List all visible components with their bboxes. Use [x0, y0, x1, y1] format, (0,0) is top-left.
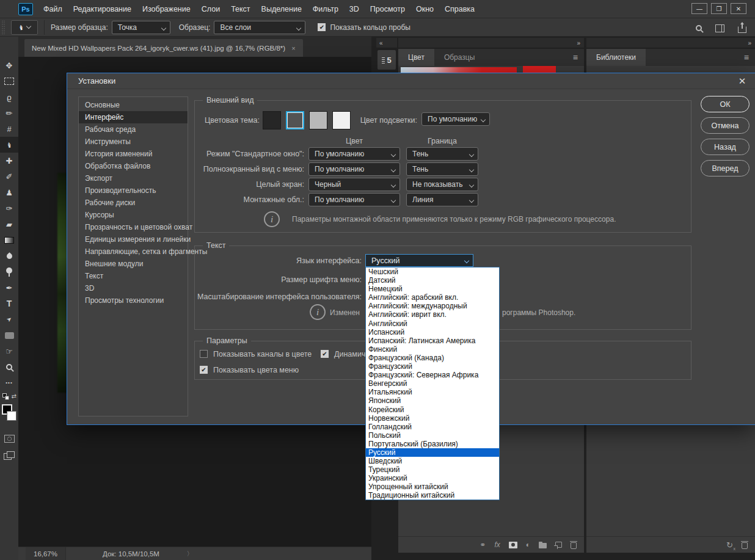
language-option[interactable]: Английский	[366, 319, 499, 328]
color-ramp[interactable]	[401, 67, 517, 73]
sample-size-select[interactable]: Точка	[112, 21, 170, 34]
status-chevron-icon[interactable]: 〉	[187, 550, 193, 558]
menu-item[interactable]: Текст	[225, 0, 255, 18]
menu-item[interactable]: Редактирование	[68, 0, 137, 18]
sidebar-item[interactable]: Обработка файлов	[79, 160, 188, 172]
quick-selection-tool[interactable]: ✏	[0, 105, 18, 121]
dialog-close-button[interactable]: ✕	[735, 75, 749, 88]
sidebar-item[interactable]: Направляющие, сетка и фрагменты	[79, 245, 188, 258]
dock-collapse-bar[interactable]: »	[586, 38, 755, 48]
tab-color[interactable]: Цвет	[398, 49, 434, 66]
forward-button[interactable]: Вперед	[701, 160, 750, 176]
language-option[interactable]: Шведский	[366, 457, 499, 465]
language-option[interactable]: Датский	[366, 276, 499, 285]
current-tool-button[interactable]: ✒	[11, 20, 38, 35]
language-option[interactable]: Упрощенный китайский	[366, 482, 499, 491]
hand-tool[interactable]: ☞	[0, 343, 18, 359]
sidebar-item[interactable]: Экспорт	[79, 172, 188, 184]
collapsed-panel-icon[interactable]: 5	[378, 50, 396, 70]
clone-stamp-tool[interactable]: ♟	[0, 184, 18, 200]
border-select[interactable]: Тень	[406, 162, 478, 176]
move-tool[interactable]: ✥	[0, 57, 18, 73]
blur-tool[interactable]	[0, 248, 18, 264]
current-color-swatch[interactable]	[523, 66, 556, 73]
share-icon[interactable]	[738, 26, 746, 33]
sidebar-item[interactable]: История изменений	[79, 148, 188, 160]
background-color-swatch[interactable]	[7, 411, 16, 421]
color-select[interactable]: По умолчанию	[308, 147, 400, 161]
language-option[interactable]: Корейский	[366, 405, 499, 414]
menu-item[interactable]: Изображение	[137, 0, 196, 18]
menu-item[interactable]: Фильтр	[307, 0, 344, 18]
dynamic-checkbox[interactable]: ✔	[321, 350, 329, 358]
gradient-tool[interactable]	[0, 232, 18, 248]
highlight-color-select[interactable]: По умолчанию	[421, 112, 490, 126]
sync-icon[interactable]: ↻	[726, 540, 733, 550]
sidebar-item[interactable]: Рабочая среда	[79, 123, 188, 136]
language-option[interactable]: Японский	[366, 396, 499, 405]
maximize-button[interactable]: ❐	[711, 3, 727, 14]
theme-swatch[interactable]	[286, 111, 304, 129]
border-select[interactable]: Тень	[406, 147, 478, 161]
theme-swatch[interactable]	[263, 111, 281, 129]
menu-item[interactable]: Выделение	[256, 0, 307, 18]
ok-button[interactable]: ОК	[701, 96, 750, 112]
menu-item[interactable]: Справка	[439, 0, 480, 18]
tab-swatches[interactable]: Образцы	[434, 49, 484, 66]
minimize-button[interactable]: —	[691, 3, 707, 14]
mask-icon[interactable]	[509, 542, 517, 548]
language-option[interactable]: Французский	[366, 362, 499, 371]
show-menu-colors-checkbox[interactable]: ✔	[200, 366, 208, 374]
cancel-button[interactable]: Отмена	[701, 117, 750, 134]
eyedropper-tool[interactable]: ✒	[0, 137, 18, 153]
workspace-icon[interactable]	[715, 24, 724, 32]
language-option[interactable]: Португальский (Бразилия)	[366, 440, 499, 448]
link-icon[interactable]: ⚭	[480, 540, 486, 549]
zoom-tool[interactable]	[0, 359, 18, 375]
menu-item[interactable]: Файл	[38, 0, 68, 18]
expand-dock-bar[interactable]: «	[376, 38, 397, 48]
path-selection-tool[interactable]: ➤	[0, 311, 18, 327]
language-option[interactable]: Норвежский	[366, 414, 499, 423]
zoom-level[interactable]: 16,67%	[26, 547, 66, 560]
sidebar-item[interactable]: Основные	[79, 99, 188, 111]
quick-mask-button[interactable]	[4, 435, 15, 443]
trash-icon[interactable]	[742, 542, 748, 549]
language-option[interactable]: Польский	[366, 431, 499, 440]
menu-item[interactable]: Просмотр	[365, 0, 410, 18]
new-layer-icon[interactable]	[555, 542, 562, 548]
mixer-brush-tool[interactable]: ✑	[0, 200, 18, 216]
healing-brush-tool[interactable]: ✚	[0, 153, 18, 169]
search-icon[interactable]	[696, 25, 702, 31]
language-option[interactable]: Испанский	[366, 328, 499, 336]
lasso-tool[interactable]: ϱ	[0, 89, 18, 105]
show-channels-checkbox[interactable]: ✔	[200, 350, 208, 358]
folder-icon[interactable]	[539, 543, 547, 548]
menu-item[interactable]: 3D	[344, 0, 365, 18]
adjustment-icon[interactable]: ◐	[526, 540, 530, 549]
language-option[interactable]: Английский: иврит вкл.	[366, 310, 499, 319]
language-option[interactable]: Испанский: Латинская Америка	[366, 336, 499, 345]
language-option[interactable]: Турецкий	[366, 465, 499, 474]
panel-menu-icon[interactable]: ≡	[573, 53, 578, 62]
sidebar-item[interactable]: Производительность	[79, 184, 188, 197]
type-tool[interactable]: T	[0, 296, 18, 311]
language-option[interactable]: Чешский	[366, 267, 499, 276]
language-option[interactable]: Английский: арабский вкл.	[366, 293, 499, 302]
language-option[interactable]: Итальянский	[366, 388, 499, 396]
dodge-tool[interactable]	[0, 264, 18, 280]
language-option[interactable]: Английский: международный	[366, 302, 499, 310]
more-tools[interactable]: •••	[0, 375, 18, 391]
language-option[interactable]: Финский	[366, 345, 499, 354]
brush-tool[interactable]: ✐	[0, 169, 18, 184]
swap-colors-icon[interactable]: ⇄	[12, 393, 16, 399]
language-option[interactable]: Французский (Канада)	[366, 354, 499, 362]
default-colors-widget[interactable]: ⇄	[0, 392, 18, 402]
dock-collapse-bar[interactable]: »	[398, 38, 584, 48]
eraser-tool[interactable]: ▰	[0, 216, 18, 232]
color-select[interactable]: По умолчанию	[308, 162, 400, 176]
back-button[interactable]: Назад	[701, 139, 750, 155]
sidebar-item[interactable]: Рабочие диски	[79, 197, 188, 209]
language-option[interactable]: Голландский	[366, 423, 499, 431]
language-option[interactable]: Французский: Северная Африка	[366, 371, 499, 379]
